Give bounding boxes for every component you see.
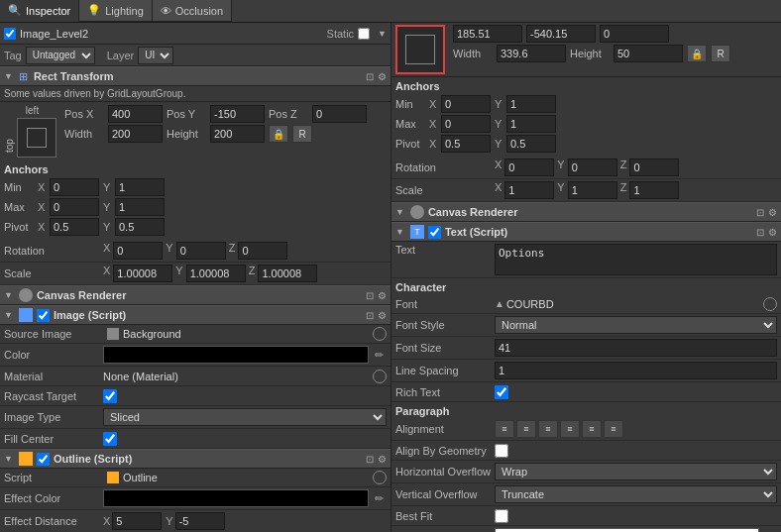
raycast-checkbox[interactable]: [103, 389, 117, 403]
image-copy-icon[interactable]: ⊡: [366, 310, 374, 321]
outline-script-title: Outline (Script): [54, 453, 362, 465]
color-swatch[interactable]: [103, 346, 369, 364]
coord-val2-input[interactable]: [526, 25, 596, 43]
tag-select[interactable]: Untagged: [26, 47, 95, 64]
tab-occlusion[interactable]: 👁 Occlusion: [153, 0, 232, 22]
pivot-x-input[interactable]: [50, 218, 99, 236]
scale-y-input[interactable]: [186, 265, 246, 282]
anchor-min-x-input[interactable]: [50, 178, 99, 196]
outline-enabled-checkbox[interactable]: [37, 453, 50, 466]
right-pivot-x-input[interactable]: [441, 135, 491, 153]
align-middleright-button[interactable]: ≡: [604, 420, 623, 438]
image-gear-icon[interactable]: ⚙: [378, 310, 387, 321]
object-enabled-checkbox[interactable]: [4, 28, 16, 40]
source-circle-icon[interactable]: [373, 327, 387, 341]
right-height-input[interactable]: [614, 45, 683, 62]
left-panel: Image_Level2 Static ▼ Tag Untagged Layer…: [0, 23, 391, 532]
pivot-fields: X Y: [38, 218, 165, 236]
line-spacing-input[interactable]: [495, 362, 777, 379]
text-enabled-checkbox[interactable]: [428, 226, 441, 239]
anchor-max-x-input[interactable]: [50, 198, 99, 216]
r-button[interactable]: R: [292, 125, 312, 143]
material-circle-icon[interactable]: [373, 370, 387, 383]
image-enabled-checkbox[interactable]: [37, 309, 50, 322]
canvas-gear-right-icon[interactable]: ⚙: [768, 207, 777, 218]
coord-val3-input[interactable]: [600, 25, 669, 43]
scale-z-input[interactable]: [258, 265, 317, 282]
rich-text-checkbox[interactable]: [495, 385, 508, 399]
preview-inner: [405, 35, 435, 64]
right-anchor-max-x-input[interactable]: [441, 115, 491, 133]
text-color-swatch[interactable]: [495, 528, 759, 532]
outline-script-label: Script: [4, 472, 103, 483]
canvas-copy-left-icon[interactable]: ⊡: [366, 290, 374, 301]
static-checkbox[interactable]: [358, 28, 370, 40]
right-anchor-min-x-input[interactable]: [441, 95, 491, 113]
pivot-col: left top: [4, 105, 60, 158]
vertical-overflow-select[interactable]: Truncate: [495, 485, 777, 503]
outline-circle-icon[interactable]: [373, 471, 387, 484]
canvas-gear-left-icon[interactable]: ⚙: [378, 290, 387, 301]
anchor-min-x-label: X: [38, 181, 48, 193]
font-size-input[interactable]: [495, 339, 777, 357]
effect-dist-y-input[interactable]: [175, 512, 225, 530]
right-rotation-y-input[interactable]: [568, 159, 617, 176]
rotation-x-input[interactable]: [113, 242, 163, 260]
text-gear-icon[interactable]: ⚙: [768, 227, 777, 238]
align-middleleft-button[interactable]: ≡: [560, 420, 580, 438]
posz-input[interactable]: [312, 105, 367, 123]
right-scale-y-input[interactable]: [568, 181, 617, 199]
right-scale-x-input[interactable]: [504, 181, 554, 199]
text-copy-icon[interactable]: ⊡: [756, 227, 764, 238]
right-anchor-min-y-input[interactable]: [506, 95, 556, 113]
anchor-max-y-label: Y: [103, 201, 113, 213]
effect-color-picker-icon[interactable]: ✏: [371, 490, 387, 506]
right-pivot-y-input[interactable]: [506, 135, 556, 153]
color-picker-icon[interactable]: ✏: [371, 347, 387, 363]
text-textarea[interactable]: Options: [495, 244, 777, 275]
outline-copy-icon[interactable]: ⊡: [366, 454, 374, 465]
right-anchor-max-y-input[interactable]: [506, 115, 556, 133]
right-width-input[interactable]: [497, 45, 566, 62]
best-fit-checkbox[interactable]: [495, 509, 508, 523]
tab-lighting[interactable]: 💡 Lighting: [79, 0, 153, 22]
posy-input[interactable]: [210, 105, 265, 123]
coord-val1-input[interactable]: [453, 25, 522, 43]
effect-dist-x-input[interactable]: [112, 512, 162, 530]
right-rotation-x-input[interactable]: [504, 159, 554, 176]
rect-copy-icon[interactable]: ⊡: [366, 71, 374, 82]
scale-x-input[interactable]: [113, 265, 172, 282]
canvas-copy-right-icon[interactable]: ⊡: [756, 207, 764, 218]
align-middlecenter-button[interactable]: ≡: [582, 420, 602, 438]
align-topleft-button[interactable]: ≡: [495, 420, 514, 438]
rotation-y-input[interactable]: [176, 242, 226, 260]
tab-inspector[interactable]: 🔍 Inspector: [0, 0, 79, 22]
lock-button[interactable]: 🔒: [269, 125, 288, 143]
align-topright-button[interactable]: ≡: [538, 420, 558, 438]
pivot-y-input[interactable]: [115, 218, 165, 236]
font-circle-icon[interactable]: [763, 297, 777, 311]
rotation-z-input[interactable]: [238, 242, 287, 260]
outline-gear-icon[interactable]: ⚙: [378, 454, 387, 465]
posx-input[interactable]: [108, 105, 163, 123]
height-input[interactable]: [210, 125, 265, 143]
rect-gear-icon[interactable]: ⚙: [378, 71, 387, 82]
right-scale-z-input[interactable]: [629, 181, 679, 199]
line-spacing-row: Line Spacing: [391, 360, 781, 382]
outline-script-row: Script Outline: [0, 469, 390, 487]
anchor-max-y-input[interactable]: [115, 198, 165, 216]
anchor-min-y-input[interactable]: [115, 178, 165, 196]
align-by-geometry-checkbox[interactable]: [495, 444, 508, 458]
font-style-select[interactable]: Normal: [495, 316, 777, 334]
effect-color-swatch[interactable]: [103, 489, 369, 507]
right-lock-button[interactable]: 🔒: [687, 45, 707, 62]
width-input[interactable]: [108, 125, 163, 143]
rect-foldout-icon: ▼: [4, 71, 13, 81]
layer-select[interactable]: UI: [138, 47, 173, 64]
right-r-button[interactable]: R: [711, 45, 730, 62]
fill-center-checkbox[interactable]: [103, 432, 117, 446]
right-rotation-z-input[interactable]: [629, 159, 679, 176]
align-topcenter-button[interactable]: ≡: [516, 420, 536, 438]
horizontal-overflow-select[interactable]: Wrap: [495, 463, 777, 480]
image-type-select[interactable]: Sliced: [103, 408, 387, 426]
